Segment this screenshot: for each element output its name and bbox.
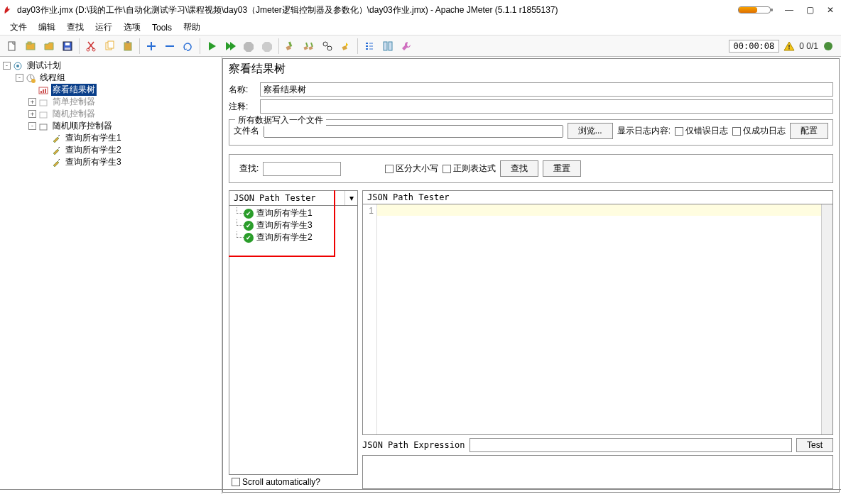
expression-output xyxy=(362,455,833,489)
tree-sampler-2[interactable]: 查询所有学生2 xyxy=(0,144,222,156)
expression-input[interactable] xyxy=(470,438,792,452)
comment-input[interactable] xyxy=(260,99,833,114)
svg-rect-17 xyxy=(310,42,313,46)
svg-rect-9 xyxy=(108,41,114,48)
tree-sampler-3[interactable]: 查询所有学生3 xyxy=(0,156,222,168)
menu-edit[interactable]: 编辑 xyxy=(33,20,61,35)
save-button[interactable] xyxy=(59,38,76,55)
svg-rect-24 xyxy=(789,48,790,49)
templates-button[interactable] xyxy=(22,38,39,55)
window-title: day03作业.jmx (D:\我的工作\自动化测试学习\课程视频\day03（… xyxy=(17,4,738,16)
filename-input[interactable] xyxy=(264,125,563,138)
search-input[interactable] xyxy=(263,162,341,176)
svg-rect-33 xyxy=(45,89,46,93)
stop-button[interactable] xyxy=(240,38,257,55)
show-log-label: 显示日志内容: xyxy=(617,125,671,137)
toolbar: 00:00:08 0 0/1 xyxy=(0,35,841,57)
svg-point-29 xyxy=(31,79,36,83)
start-no-pause-button[interactable] xyxy=(222,38,239,55)
only-success-checkbox[interactable]: 仅成功日志 xyxy=(732,125,786,137)
tree-random-order-controller[interactable]: -随机顺序控制器 xyxy=(0,120,222,132)
svg-rect-5 xyxy=(65,48,70,50)
function-helper-button[interactable] xyxy=(361,38,378,55)
filename-label: 文件名 xyxy=(234,125,259,137)
search-group: 查找: 区分大小写 正则表达式 查找 重置 xyxy=(229,154,833,183)
shutdown-button[interactable] xyxy=(259,38,276,55)
help-button[interactable] xyxy=(379,38,396,55)
svg-rect-36 xyxy=(40,124,47,130)
tree-simple-controller[interactable]: +简单控制器 xyxy=(0,96,222,108)
menu-run[interactable]: 运行 xyxy=(89,20,118,35)
case-sensitive-checkbox[interactable]: 区分大小写 xyxy=(385,163,438,175)
svg-rect-32 xyxy=(43,89,44,93)
renderer-select[interactable]: JSON Path Tester ▾ xyxy=(229,190,358,206)
test-button[interactable]: Test xyxy=(796,438,833,452)
success-icon: ✔ xyxy=(244,221,254,231)
name-label: 名称: xyxy=(229,84,257,96)
name-input[interactable] xyxy=(260,82,833,97)
elapsed-timer: 00:00:08 xyxy=(729,40,780,53)
clear-button[interactable] xyxy=(282,38,299,55)
result-item[interactable]: ✔查询所有学生3 xyxy=(229,219,357,231)
svg-rect-34 xyxy=(40,100,47,106)
menu-bar: 文件 编辑 查找 运行 选项 Tools 帮助 xyxy=(0,20,841,35)
tree-view-results[interactable]: 察看结果树 xyxy=(0,84,222,96)
copy-button[interactable] xyxy=(101,38,118,55)
start-button[interactable] xyxy=(203,38,220,55)
view-results-panel: 察看结果树 名称: 注释: 所有数据写入一个文件 文件名 浏览... 显示日志内… xyxy=(222,58,840,493)
regex-checkbox[interactable]: 正则表达式 xyxy=(443,163,496,175)
wrench-button[interactable] xyxy=(398,38,415,55)
success-icon: ✔ xyxy=(244,233,254,243)
maximize-button[interactable]: ▢ xyxy=(806,5,814,15)
toggle-button[interactable] xyxy=(180,38,197,55)
file-output-group: 所有数据写入一个文件 文件名 浏览... 显示日志内容: 仅错误日志 仅成功日志… xyxy=(229,119,833,146)
expand-button[interactable] xyxy=(143,38,160,55)
menu-options[interactable]: 选项 xyxy=(118,20,146,35)
result-item[interactable]: ✔查询所有学生1 xyxy=(229,207,357,219)
footer-rule xyxy=(0,489,841,490)
open-button[interactable] xyxy=(40,38,58,55)
menu-help[interactable]: 帮助 xyxy=(178,20,206,35)
svg-rect-23 xyxy=(789,45,790,48)
collapse-button[interactable] xyxy=(161,38,178,55)
scroll-auto-checkbox[interactable]: Scroll automatically? xyxy=(232,477,320,487)
cut-button[interactable] xyxy=(82,38,99,55)
menu-search[interactable]: 查找 xyxy=(61,20,89,35)
browse-button[interactable]: 浏览... xyxy=(568,123,613,139)
svg-point-25 xyxy=(824,42,832,50)
reset-button[interactable]: 重置 xyxy=(543,160,581,177)
test-plan-tree[interactable]: -测试计划 -线程组 察看结果树 +简单控制器 +随机控制器 -随机顺序控制器 … xyxy=(0,57,222,494)
tree-sampler-1[interactable]: 查询所有学生1 xyxy=(0,132,222,144)
only-errors-checkbox[interactable]: 仅错误日志 xyxy=(675,125,728,137)
file-output-legend: 所有数据写入一个文件 xyxy=(235,114,326,126)
svg-rect-4 xyxy=(65,43,70,45)
new-button[interactable] xyxy=(4,38,21,55)
find-button[interactable]: 查找 xyxy=(500,160,538,177)
configure-button[interactable]: 配置 xyxy=(790,123,828,139)
tree-thread-group[interactable]: -线程组 xyxy=(0,72,222,84)
menu-tools[interactable]: Tools xyxy=(146,21,178,34)
window-titlebar: day03作业.jmx (D:\我的工作\自动化测试学习\课程视频\day03（… xyxy=(0,0,841,20)
tree-random-controller[interactable]: +随机控制器 xyxy=(0,108,222,120)
chevron-down-icon[interactable]: ▾ xyxy=(344,191,357,205)
paste-button[interactable] xyxy=(119,38,136,55)
reset-search-button[interactable] xyxy=(337,38,354,55)
tree-test-plan[interactable]: -测试计划 xyxy=(0,60,222,72)
success-icon: ✔ xyxy=(244,209,254,219)
search-button[interactable] xyxy=(319,38,336,55)
result-item[interactable]: ✔查询所有学生2 xyxy=(229,231,357,243)
response-code-area[interactable]: 1 xyxy=(362,204,833,435)
clear-all-button[interactable] xyxy=(300,38,318,55)
minimize-button[interactable]: — xyxy=(785,5,793,15)
svg-rect-35 xyxy=(40,112,47,118)
svg-rect-0 xyxy=(9,42,15,50)
menu-file[interactable]: 文件 xyxy=(4,20,33,35)
results-tree[interactable]: ✔查询所有学生1 ✔查询所有学生3 ✔查询所有学生2 xyxy=(229,205,358,475)
panel-title: 察看结果树 xyxy=(223,59,839,81)
close-button[interactable]: ✕ xyxy=(827,5,834,15)
svg-rect-2 xyxy=(28,42,31,44)
jmeter-icon xyxy=(3,5,13,15)
thread-status: 0 0/1 xyxy=(799,41,818,51)
scrollbar[interactable] xyxy=(821,204,832,434)
svg-rect-31 xyxy=(40,91,42,93)
